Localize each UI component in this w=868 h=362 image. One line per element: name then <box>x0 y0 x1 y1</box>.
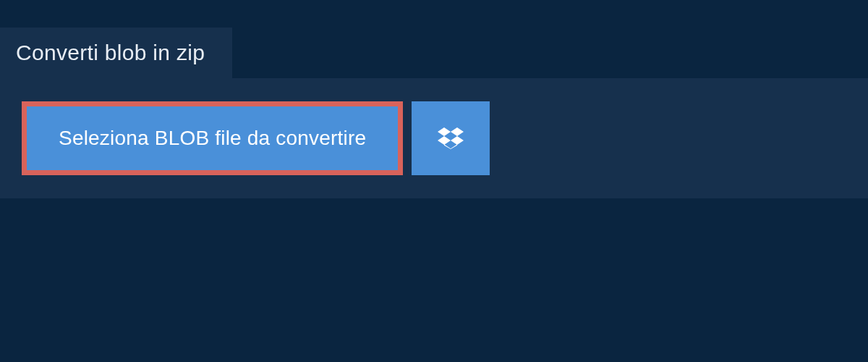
select-file-label: Seleziona BLOB file da convertire <box>59 127 366 149</box>
content-panel: Seleziona BLOB file da convertire <box>0 78 868 198</box>
tab-label: Converti blob in zip <box>16 41 205 64</box>
select-file-highlight: Seleziona BLOB file da convertire <box>22 101 403 175</box>
tab-convert[interactable]: Converti blob in zip <box>0 28 232 78</box>
dropbox-button[interactable] <box>412 101 490 175</box>
button-row: Seleziona BLOB file da convertire <box>22 101 846 175</box>
tab-bar: Converti blob in zip <box>0 0 868 78</box>
dropbox-icon <box>438 125 464 151</box>
select-file-button[interactable]: Seleziona BLOB file da convertire <box>27 106 398 170</box>
